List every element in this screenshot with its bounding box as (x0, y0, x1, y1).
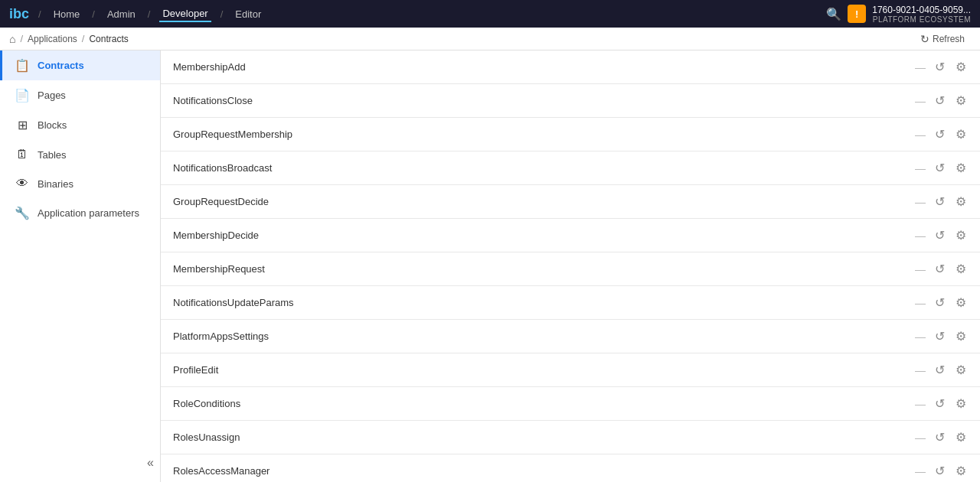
history-icon[interactable]: ↺ (933, 462, 946, 480)
row-dash: — (915, 364, 926, 376)
blocks-icon: ⊞ (15, 118, 30, 132)
contract-name: ProfileEdit (173, 364, 915, 376)
row-dash: — (915, 61, 926, 73)
history-icon[interactable]: ↺ (933, 159, 946, 177)
row-actions: — ↺ ⚙ (915, 193, 968, 210)
settings-icon[interactable]: ⚙ (954, 462, 968, 480)
settings-icon[interactable]: ⚙ (954, 395, 968, 412)
contract-name: NotificationsUpdateParams (173, 297, 915, 308)
sidebar-label-tables: Tables (38, 149, 67, 161)
binaries-icon: 👁 (15, 177, 30, 191)
sidebar-collapse-button[interactable]: « (141, 451, 160, 474)
contract-name: NotificationsBroadcast (173, 162, 915, 174)
user-platform: PLATFORM ECOSYSTEM (873, 15, 971, 24)
user-info: 1760-9021-0405-9059... PLATFORM ECOSYSTE… (872, 5, 971, 24)
bc-sep1: / (20, 33, 23, 44)
sep2: / (92, 8, 95, 20)
settings-icon[interactable]: ⚙ (954, 361, 968, 379)
sidebar-item-blocks[interactable]: ⊞ Blocks (0, 110, 160, 140)
settings-icon[interactable]: ⚙ (954, 92, 968, 109)
table-row: GroupRequestMembership — ↺ ⚙ (161, 118, 980, 151)
settings-icon[interactable]: ⚙ (954, 260, 968, 278)
refresh-label: Refresh (933, 34, 965, 44)
table-row: MembershipRequest — ↺ ⚙ (161, 252, 980, 286)
sidebar-item-contracts[interactable]: 📋 Contracts (0, 50, 160, 80)
sidebar-item-binaries[interactable]: 👁 Binaries (0, 169, 160, 198)
contract-name: MembershipDecide (173, 230, 915, 241)
row-actions: — ↺ ⚙ (915, 159, 968, 177)
table-row: PlatformAppsSettings — ↺ ⚙ (161, 320, 980, 353)
breadcrumb: ⌂ / Applications / Contracts ↻ Refresh (0, 28, 980, 50)
bc-applications[interactable]: Applications (28, 34, 77, 44)
nav-editor[interactable]: Editor (232, 7, 264, 21)
history-icon[interactable]: ↺ (933, 58, 946, 76)
nav-home[interactable]: Home (51, 7, 83, 21)
contract-name: GroupRequestMembership (173, 129, 915, 140)
row-actions: — ↺ ⚙ (915, 361, 968, 379)
history-icon[interactable]: ↺ (933, 294, 946, 311)
sidebar-item-app-params[interactable]: 🔧 Application parameters (0, 198, 160, 228)
settings-icon[interactable]: ⚙ (954, 294, 968, 311)
row-actions: — ↺ ⚙ (915, 294, 968, 311)
nav-developer[interactable]: Developer (159, 6, 211, 22)
history-icon[interactable]: ↺ (933, 260, 946, 278)
bc-contracts: Contracts (89, 34, 128, 44)
row-dash: — (915, 297, 926, 309)
sidebar-item-pages[interactable]: 📄 Pages (0, 80, 160, 110)
settings-icon[interactable]: ⚙ (954, 428, 968, 446)
contract-name: RoleConditions (173, 398, 915, 409)
refresh-button[interactable]: ↻ Refresh (914, 31, 971, 47)
history-icon[interactable]: ↺ (933, 193, 946, 210)
history-icon[interactable]: ↺ (933, 428, 946, 446)
table-row: NotificationsUpdateParams — ↺ ⚙ (161, 286, 980, 320)
alert-badge[interactable]: ! (848, 5, 866, 23)
row-dash: — (915, 398, 926, 410)
row-actions: — ↺ ⚙ (915, 226, 968, 244)
nav-admin[interactable]: Admin (104, 7, 139, 21)
row-dash: — (915, 95, 926, 107)
app-params-icon: 🔧 (15, 206, 30, 220)
settings-icon[interactable]: ⚙ (954, 125, 968, 143)
history-icon[interactable]: ↺ (933, 361, 946, 379)
contract-name: RolesUnassign (173, 432, 915, 443)
tables-icon: 🗓 (15, 148, 30, 161)
history-icon[interactable]: ↺ (933, 395, 946, 412)
row-dash: — (915, 263, 926, 275)
contract-name: NotificationsClose (173, 95, 915, 106)
row-dash: — (915, 432, 926, 444)
sidebar-item-tables[interactable]: 🗓 Tables (0, 140, 160, 169)
sidebar-label-binaries: Binaries (38, 178, 74, 190)
settings-icon[interactable]: ⚙ (954, 193, 968, 210)
row-actions: — ↺ ⚙ (915, 260, 968, 278)
row-actions: — ↺ ⚙ (915, 327, 968, 345)
settings-icon[interactable]: ⚙ (954, 327, 968, 345)
main-content: MembershipAdd — ↺ ⚙ NotificationsClose —… (161, 50, 980, 482)
sep3: / (148, 8, 151, 20)
logo-icon: ibc (9, 6, 29, 22)
sidebar-label-pages: Pages (38, 90, 66, 101)
row-dash: — (915, 162, 926, 174)
settings-icon[interactable]: ⚙ (954, 226, 968, 244)
table-row: RoleConditions — ↺ ⚙ (161, 387, 980, 421)
user-name: 1760-9021-0405-9059... (872, 5, 971, 15)
row-actions: — ↺ ⚙ (915, 395, 968, 412)
history-icon[interactable]: ↺ (933, 125, 946, 143)
settings-icon[interactable]: ⚙ (954, 159, 968, 177)
contract-name: GroupRequestDecide (173, 196, 915, 207)
home-icon[interactable]: ⌂ (9, 33, 15, 45)
settings-icon[interactable]: ⚙ (954, 58, 968, 76)
history-icon[interactable]: ↺ (933, 226, 946, 244)
bc-sep2: / (82, 33, 85, 44)
table-row: MembershipDecide — ↺ ⚙ (161, 219, 980, 252)
search-icon[interactable]: 🔍 (826, 7, 841, 21)
sidebar: 📋 Contracts 📄 Pages ⊞ Blocks 🗓 Tables 👁 … (0, 50, 161, 482)
row-dash: — (915, 331, 926, 343)
contracts-icon: 📋 (15, 58, 30, 73)
main-layout: 📋 Contracts 📄 Pages ⊞ Blocks 🗓 Tables 👁 … (0, 50, 980, 482)
contract-list: MembershipAdd — ↺ ⚙ NotificationsClose —… (161, 50, 980, 482)
refresh-icon: ↻ (920, 33, 929, 45)
history-icon[interactable]: ↺ (933, 92, 946, 109)
contract-name: PlatformAppsSettings (173, 331, 915, 342)
history-icon[interactable]: ↺ (933, 327, 946, 345)
sidebar-label-contracts: Contracts (38, 60, 84, 71)
